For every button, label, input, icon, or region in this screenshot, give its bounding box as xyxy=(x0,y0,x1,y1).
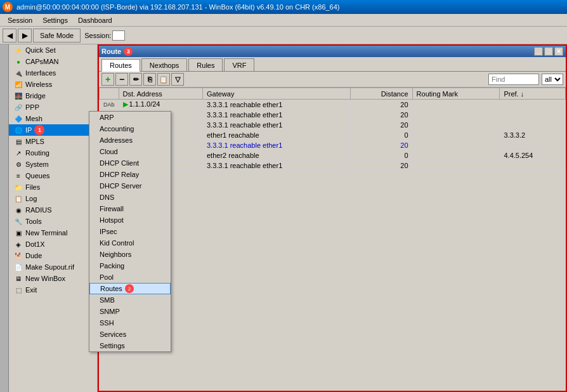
find-select[interactable]: all xyxy=(542,74,563,85)
sidebar-item-queues[interactable]: ≡ Queues xyxy=(9,170,97,181)
app-icon: M xyxy=(3,2,13,12)
menu-session[interactable]: Session xyxy=(3,15,37,25)
sidebar-item-quick-set[interactable]: ⚡ Quick Set xyxy=(9,44,97,56)
cell-gateway: 3.3.3.1 reachable ether1 xyxy=(203,120,351,130)
menu-bar: Session Settings Dashboard xyxy=(0,14,567,27)
minimize-button[interactable]: _ xyxy=(534,47,543,56)
sidebar-label-interfaces: Interfaces xyxy=(25,69,56,77)
dropdown-snmp[interactable]: SNMP xyxy=(89,306,171,317)
dropdown-cloud[interactable]: Cloud xyxy=(89,146,171,157)
mpls-icon: ▤ xyxy=(14,137,23,146)
sidebar-item-ip[interactable]: 🌐 IP 1 ▶ xyxy=(9,124,97,136)
sidebar-item-log[interactable]: 📋 Log xyxy=(9,193,97,204)
sidebar-item-new-winbox[interactable]: 🖥 New WinBox xyxy=(9,273,97,284)
sidebar-item-new-terminal[interactable]: ▣ New Terminal xyxy=(9,227,97,238)
cell-mark xyxy=(412,100,500,110)
dropdown-firewall[interactable]: Firewall xyxy=(89,203,171,214)
dude-icon: 🐕 xyxy=(14,251,23,260)
cell-distance: 20 xyxy=(350,140,412,150)
dropdown-dhcp-relay[interactable]: DHCP Relay xyxy=(89,169,171,180)
sidebar-item-files[interactable]: 📁 Files xyxy=(9,181,97,193)
sidebar-item-capsman[interactable]: ● CAPsMAN xyxy=(9,56,97,67)
radius-icon: ◉ xyxy=(14,206,23,214)
dropdown-settings[interactable]: Settings xyxy=(89,340,171,351)
maximize-button[interactable]: □ xyxy=(544,47,553,56)
tab-vrf[interactable]: VRF xyxy=(224,58,254,71)
remove-button[interactable]: − xyxy=(115,73,128,86)
tools-icon: 🔧 xyxy=(14,217,23,226)
dropdown-smb[interactable]: SMB xyxy=(89,294,171,306)
col-gateway[interactable]: Gateway xyxy=(203,88,351,100)
table-row[interactable]: DAb▶1.1.1.0/243.3.3.1 reachable ether120 xyxy=(100,100,566,110)
sidebar-label-log: Log xyxy=(25,195,37,202)
sidebar-item-radius[interactable]: ◉ RADIUS xyxy=(9,204,97,216)
dropdown-dhcp-client[interactable]: DHCP Client xyxy=(89,157,171,169)
forward-button[interactable]: ▶ xyxy=(18,29,32,42)
dropdown-pool[interactable]: Pool xyxy=(89,271,171,283)
new-terminal-icon: ▣ xyxy=(14,228,23,237)
cell-dst: ▶1.1.1.0/24 xyxy=(119,100,202,110)
edit-button[interactable]: ✏ xyxy=(129,73,142,86)
sidebar-item-system[interactable]: ⚙ System xyxy=(9,159,97,170)
tab-routes[interactable]: Routes xyxy=(101,59,140,72)
sidebar-label-tools: Tools xyxy=(25,218,42,225)
cell-pref xyxy=(500,110,566,120)
toolbar: ◀ ▶ Safe Mode Session: xyxy=(0,27,567,44)
sidebar-item-dude[interactable]: 🐕 Dude ▶ xyxy=(9,250,97,261)
ip-icon: 🌐 xyxy=(14,126,23,134)
dropdown-routes[interactable]: Routes 2 xyxy=(89,283,171,294)
dropdown-accounting[interactable]: Accounting xyxy=(89,123,171,134)
sidebar-item-mpls[interactable]: ▤ MPLS ▶ xyxy=(9,136,97,147)
sidebar-item-make-supout[interactable]: 📄 Make Supout.rif xyxy=(9,261,97,273)
dropdown-neighbors[interactable]: Neighbors xyxy=(89,249,171,260)
add-button[interactable]: + xyxy=(101,73,114,86)
dropdown-arp[interactable]: ARP xyxy=(89,112,171,123)
cell-mark xyxy=(412,150,500,160)
paste-button[interactable]: 📋 xyxy=(157,73,170,86)
tab-rules[interactable]: Rules xyxy=(188,58,223,71)
dropdown-addresses[interactable]: Addresses xyxy=(89,134,171,146)
sidebar-item-interfaces[interactable]: 🔌 Interfaces xyxy=(9,67,97,79)
col-pref[interactable]: Pref. ↓ xyxy=(500,88,566,100)
sidebar-item-ppp[interactable]: 🔗 PPP xyxy=(9,101,97,113)
sidebar-label-queues: Queues xyxy=(25,172,50,180)
files-icon: 📁 xyxy=(14,183,23,192)
session-input[interactable] xyxy=(112,30,125,41)
tab-nexthops[interactable]: Nexthops xyxy=(141,58,187,71)
dropdown-hotspot[interactable]: Hotspot xyxy=(89,214,171,226)
sidebar-label-files: Files xyxy=(25,183,40,191)
col-dst-address[interactable]: Dst. Address xyxy=(119,88,202,100)
filter-button[interactable]: ▽ xyxy=(171,73,184,86)
col-routing-mark[interactable]: Routing Mark xyxy=(412,88,500,100)
find-input[interactable] xyxy=(488,74,539,85)
dropdown-routes-badge: 2 xyxy=(125,284,134,293)
dropdown-ipsec[interactable]: IPsec xyxy=(89,226,171,237)
log-icon: 📋 xyxy=(14,194,23,203)
dropdown-ssh[interactable]: SSH xyxy=(89,317,171,329)
back-button[interactable]: ◀ xyxy=(3,29,16,42)
sidebar-item-tools[interactable]: 🔧 Tools ▶ xyxy=(9,216,97,227)
sidebar-item-exit[interactable]: ⬚ Exit xyxy=(9,284,97,296)
cell-flags: DAb xyxy=(100,100,119,110)
title-text: admin@50:00:00:04:00:00 (ISP-Borde) via … xyxy=(16,3,340,11)
sidebar-item-wireless[interactable]: 📶 Wireless xyxy=(9,79,97,90)
close-button[interactable]: ✕ xyxy=(554,47,563,56)
menu-dashboard[interactable]: Dashboard xyxy=(73,15,117,25)
sidebar-item-routing[interactable]: ↗ Routing ▶ xyxy=(9,147,97,159)
col-distance[interactable]: Distance xyxy=(350,88,412,100)
quick-set-icon: ⚡ xyxy=(14,46,23,55)
sidebar-label-system: System xyxy=(25,160,49,168)
menu-settings[interactable]: Settings xyxy=(37,15,73,25)
sidebar-item-mesh[interactable]: 🔷 Mesh xyxy=(9,113,97,124)
sidebar-item-dot1x[interactable]: ◈ Dot1X xyxy=(9,238,97,250)
copy-button[interactable]: ⎘ xyxy=(143,73,156,86)
sidebar-item-bridge[interactable]: 🌉 Bridge xyxy=(9,90,97,101)
dropdown-kid-control[interactable]: Kid Control xyxy=(89,237,171,249)
dropdown-dhcp-server[interactable]: DHCP Server xyxy=(89,180,171,192)
dropdown-services[interactable]: Services xyxy=(89,329,171,340)
dropdown-dns[interactable]: DNS xyxy=(89,192,171,203)
dropdown-packing[interactable]: Packing xyxy=(89,260,171,271)
safe-mode-button[interactable]: Safe Mode xyxy=(33,29,81,42)
table-toolbar: + − ✏ ⎘ 📋 ▽ all xyxy=(99,72,566,88)
col-flags[interactable] xyxy=(100,88,119,100)
